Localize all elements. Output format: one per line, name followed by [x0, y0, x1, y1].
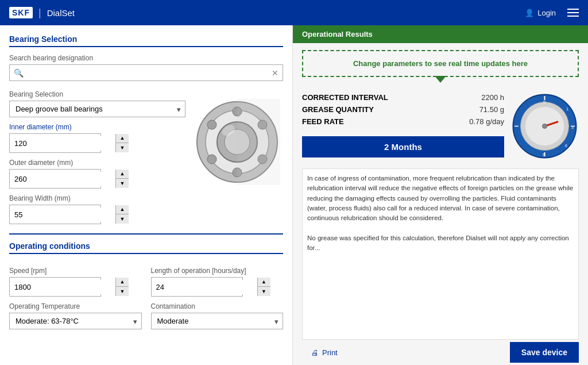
operating-section: Operating conditions Speed [rpm] ▲ ▼ Len… — [9, 233, 283, 329]
dial-svg: 0 1 3 6 9 — [512, 93, 578, 159]
header-divider: | — [38, 7, 41, 19]
description-text: In case of ingress of contamination, mor… — [307, 174, 574, 223]
operational-results-header: Operational Results — [293, 25, 588, 43]
bearing-type-select-wrapper: Deep groove ball bearings — [9, 101, 185, 117]
bearing-controls: Bearing Selection Deep groove ball beari… — [9, 84, 185, 224]
bearing-width-label: Bearing Width (mm) — [9, 194, 185, 202]
search-icon: 🔍 — [14, 68, 24, 78]
inner-diameter-label: Inner diameter (mm) — [9, 123, 185, 131]
speed-field: ▲ ▼ — [9, 277, 101, 297]
contamination-select-wrapper: Moderate — [151, 313, 284, 329]
search-label: Search bearing designation — [9, 54, 283, 62]
outer-diameter-input[interactable] — [10, 172, 115, 186]
outer-diameter-up[interactable]: ▲ — [116, 170, 129, 179]
temperature-label: Operating Temperature — [9, 302, 142, 310]
inner-diameter-spinners: ▲ ▼ — [115, 134, 129, 152]
header-right: 👤 Login — [525, 9, 579, 17]
contamination-label: Contamination — [151, 302, 284, 310]
change-params-box: Change parameters to see real time updat… — [302, 50, 579, 77]
temperature-select-wrapper: Moderate: 63-78°C — [9, 313, 142, 329]
speed-down[interactable]: ▼ — [116, 287, 129, 296]
inner-diameter-up[interactable]: ▲ — [116, 134, 129, 143]
description-text-2: No grease was specified for this calcula… — [307, 233, 574, 253]
bearing-section: Bearing Selection Search bearing designa… — [9, 34, 283, 224]
length-field: ▲ ▼ — [151, 277, 243, 297]
bearing-image — [191, 96, 283, 188]
corrected-interval-label: CORRECTED INTERVAL — [302, 93, 388, 102]
bearing-width-field: ▲ ▼ — [9, 205, 101, 224]
svg-point-9 — [207, 120, 216, 129]
bearing-width-down[interactable]: ▼ — [116, 214, 129, 224]
feed-rate-label: FEED RATE — [302, 117, 344, 126]
inner-diameter-input[interactable] — [10, 136, 115, 151]
temperature-field-group: Operating Temperature Moderate: 63-78°C — [9, 297, 142, 329]
length-field-group: Length of operation [hours/day] ▲ ▼ — [151, 261, 284, 297]
speed-label: Speed [rpm] — [9, 267, 142, 275]
print-icon: 🖨 — [311, 348, 319, 357]
svg-text:3: 3 — [571, 125, 574, 129]
corrected-interval-value: 2200 h — [481, 93, 504, 102]
app-header: SKF | DialSet 👤 Login — [0, 0, 588, 25]
operating-grid: Speed [rpm] ▲ ▼ Length of operation [hou… — [9, 261, 283, 329]
operating-section-title: Operating conditions — [9, 241, 283, 254]
feed-rate-line: FEED RATE 0.78 g/day — [302, 117, 504, 126]
login-button[interactable]: 👤 Login — [525, 9, 556, 17]
bearing-selection-label: Bearing Selection — [9, 90, 185, 98]
search-wrapper: 🔍 ✕ — [9, 64, 283, 81]
svg-point-25 — [542, 124, 547, 129]
inner-diameter-down[interactable]: ▼ — [116, 143, 129, 152]
temperature-select[interactable]: Moderate: 63-78°C — [9, 313, 142, 329]
outer-diameter-label: Outer diameter (mm) — [9, 159, 185, 167]
search-input[interactable] — [9, 64, 283, 81]
left-panel: Bearing Selection Search bearing designa… — [0, 25, 293, 365]
bearing-type-select[interactable]: Deep groove ball bearings — [9, 101, 185, 117]
right-content: Change parameters to see real time updat… — [293, 43, 588, 365]
header-left: SKF | DialSet — [9, 7, 75, 19]
results-data: CORRECTED INTERVAL 2200 h GREASE QUANTIT… — [302, 93, 504, 157]
length-label: Length of operation [hours/day] — [151, 267, 284, 275]
svg-text:9: 9 — [543, 153, 545, 157]
length-spinners: ▲ ▼ — [257, 278, 270, 296]
svg-text:6: 6 — [565, 144, 567, 148]
clear-search-button[interactable]: ✕ — [272, 68, 278, 78]
contamination-field-group: Contamination Moderate — [151, 297, 284, 329]
length-down[interactable]: ▼ — [258, 287, 270, 296]
app-title: DialSet — [47, 8, 75, 18]
outer-diameter-spinners: ▲ ▼ — [115, 170, 129, 188]
grease-quantity-value: 71.50 g — [479, 105, 504, 114]
save-device-button[interactable]: Save device — [510, 342, 579, 363]
user-icon: 👤 — [525, 9, 534, 17]
inner-diameter-field: ▲ ▼ — [9, 133, 101, 153]
right-panel: Operational Results Change parameters to… — [293, 25, 588, 365]
speed-up[interactable]: ▲ — [116, 278, 129, 287]
speed-input[interactable] — [10, 280, 115, 294]
results-row: CORRECTED INTERVAL 2200 h GREASE QUANTIT… — [293, 84, 588, 159]
login-label: Login — [537, 9, 556, 17]
print-label: Print — [322, 348, 338, 357]
length-input[interactable] — [152, 280, 257, 294]
print-button[interactable]: 🖨 Print — [311, 348, 338, 357]
bearing-svg — [194, 99, 280, 185]
description-box[interactable]: In case of ingress of contamination, mor… — [302, 168, 579, 340]
bearing-width-input[interactable] — [10, 208, 115, 222]
bearing-section-title: Bearing Selection — [9, 34, 283, 47]
svg-text:0: 0 — [543, 99, 546, 105]
length-up[interactable]: ▲ — [258, 278, 270, 287]
feed-rate-value: 0.78 g/day — [469, 117, 504, 126]
change-params-text: Change parameters to see real time updat… — [311, 59, 570, 68]
grease-quantity-line: GREASE QUANTITY 71.50 g — [302, 105, 504, 114]
outer-diameter-down[interactable]: ▼ — [116, 179, 129, 188]
contamination-select[interactable]: Moderate — [151, 313, 284, 329]
speed-spinners: ▲ ▼ — [115, 278, 129, 296]
menu-button[interactable] — [567, 9, 579, 17]
months-button[interactable]: 2 Months — [302, 136, 504, 157]
outer-diameter-field: ▲ ▼ — [9, 169, 101, 189]
svg-point-8 — [207, 155, 216, 164]
corrected-interval-line: CORRECTED INTERVAL 2200 h — [302, 93, 504, 102]
bearing-width-spinners: ▲ ▼ — [115, 205, 129, 224]
skf-logo: SKF — [9, 7, 33, 18]
speed-field-group: Speed [rpm] ▲ ▼ — [9, 261, 142, 297]
bearing-width-up[interactable]: ▲ — [116, 205, 129, 214]
grease-quantity-label: GREASE QUANTITY — [302, 105, 374, 114]
main-container: Bearing Selection Search bearing designa… — [0, 25, 588, 365]
